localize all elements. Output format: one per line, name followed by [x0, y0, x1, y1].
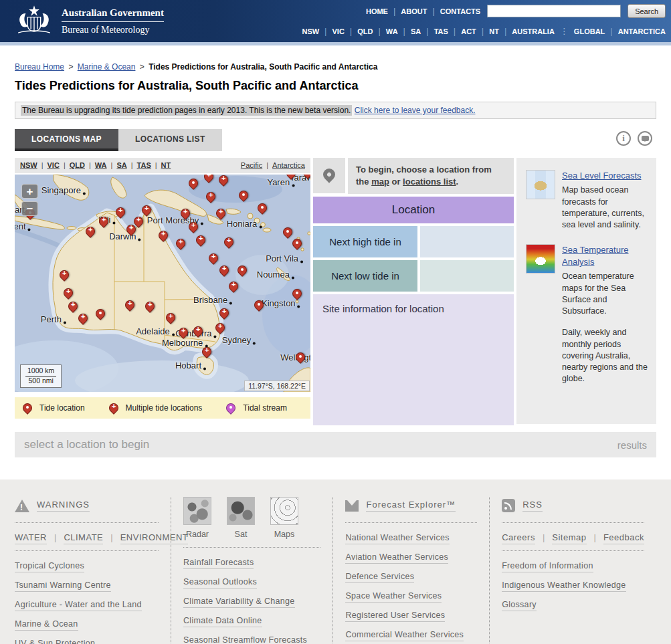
feature-title-link[interactable]: Sea Level Forecasts	[562, 170, 642, 182]
pin-glyph	[293, 290, 301, 298]
breadcrumb-link[interactable]: Marine & Ocean	[78, 62, 136, 72]
region-nav-link[interactable]: TAS	[434, 27, 448, 35]
feature-description: Map based ocean forecasts for temperatur…	[562, 185, 648, 231]
header-top-link[interactable]: CONTACTS	[440, 7, 480, 15]
region-nav-link[interactable]: VIC	[332, 27, 345, 35]
sidebar-features: Sea Level Forecasts Map based ocean fore…	[516, 158, 656, 424]
feature-title-link[interactable]: Sea Temperature Analysis	[562, 244, 648, 268]
map-state-link[interactable]: NSW	[20, 161, 37, 169]
feature-thumbnail[interactable]	[526, 244, 555, 274]
footer-link-item: Tropical Cyclones	[15, 560, 159, 572]
region-nav-link[interactable]: WA	[386, 27, 398, 35]
footer-link[interactable]: Tsunami Warning Centre	[15, 580, 111, 592]
footer: WARNINGS WATERCLIMATEENVIRONMENT Tropica…	[0, 479, 671, 644]
info-icon[interactable]: i	[616, 131, 631, 146]
map-state-link[interactable]: NT	[161, 161, 171, 169]
divider	[183, 547, 320, 548]
footer-link[interactable]: Rainfall Forecasts	[183, 558, 254, 569]
feature-block: Sea Temperature Analysis Ocean temperatu…	[526, 244, 648, 385]
map-zoom-in-button[interactable]: +	[21, 184, 38, 199]
footer-link[interactable]: Climate Variability & Change	[183, 597, 295, 608]
region-nav-link[interactable]: GLOBAL	[574, 27, 605, 35]
intro-locations-list-link[interactable]: locations list	[403, 177, 456, 187]
map-city-label: Honiara	[227, 219, 262, 229]
footer-link[interactable]: Registered User Services	[345, 611, 445, 622]
region-nav-link[interactable]: NSW	[302, 27, 319, 35]
footer-quick-link[interactable]: Feedback	[603, 532, 644, 544]
pin-glyph	[216, 324, 224, 332]
map-state-link[interactable]: SA	[116, 161, 126, 169]
intro-text-mid: or	[389, 177, 403, 187]
intro-map-link[interactable]: map	[371, 177, 389, 187]
footer-link[interactable]: Agriculture - Water and the Land	[15, 600, 142, 611]
footer-link[interactable]: Glossary	[502, 600, 537, 611]
footer-link[interactable]: UV & Sun Protection	[15, 639, 95, 644]
bom-logo[interactable]: Australian Government Bureau of Meteorol…	[13, 3, 164, 39]
footer-link[interactable]: Space Weather Services	[345, 591, 442, 603]
region-nav-link[interactable]: ACT	[461, 27, 476, 35]
footer-thumb-image[interactable]	[183, 497, 211, 525]
tab[interactable]: LOCATIONS MAP	[15, 129, 118, 151]
locations-map[interactable]: + − SingaporekartaentDiliDarwinPort More…	[15, 175, 310, 392]
map-zoom-out-button[interactable]: −	[21, 201, 38, 216]
footer-link[interactable]: Seasonal Streamflow Forecasts	[183, 635, 307, 644]
map-state-item: NT	[151, 161, 171, 169]
pin-glyph	[69, 302, 77, 310]
pin-glyph	[79, 314, 87, 322]
header-top-link[interactable]: HOME	[366, 7, 388, 15]
header-top-link[interactable]: ABOUT	[401, 7, 427, 15]
footer-quick-item: Feedback	[587, 532, 644, 542]
footer-link[interactable]: Defence Services	[345, 572, 414, 583]
map-city-label: Noumea	[257, 269, 294, 279]
footer-link[interactable]: Seasonal Outlooks	[183, 577, 257, 588]
footer-quick-item: Sitemap	[535, 532, 587, 542]
footer-link[interactable]: Freedom of Information	[502, 561, 593, 572]
search-input[interactable]	[487, 5, 621, 17]
footer-link[interactable]: Climate Data Online	[183, 616, 262, 627]
forecast-explorer-link[interactable]: Forecast Explorer™	[366, 500, 456, 512]
footer-link[interactable]: National Weather Services	[345, 533, 449, 544]
feature-thumbnail[interactable]	[526, 170, 555, 199]
map-region-link[interactable]: Pacific	[241, 161, 262, 169]
footer-quick-link[interactable]: Sitemap	[552, 532, 586, 544]
map-state-link[interactable]: VIC	[47, 161, 60, 169]
next-low-tide-label: Next low tide in	[313, 260, 417, 292]
pin-glyph	[127, 225, 135, 233]
footer-quick-link[interactable]: WATER	[15, 532, 47, 544]
speech-bubble-icon	[642, 136, 649, 141]
breadcrumb-link[interactable]: Tides Predictions for Australia, South P…	[149, 62, 377, 72]
region-nav-link[interactable]: NT	[489, 27, 499, 35]
map-region-link[interactable]: Antarctica	[272, 161, 305, 169]
legend-pin-icon	[224, 401, 237, 415]
map-city-label: Kingston	[262, 298, 300, 308]
footer-link[interactable]: Commercial Weather Services	[345, 630, 464, 641]
feedback-link[interactable]: Click here to leave your feedback.	[355, 106, 476, 115]
footer-link[interactable]: Tropical Cyclones	[15, 561, 84, 572]
results-prompt: select a location to begin	[24, 438, 149, 451]
map-state-link[interactable]: TAS	[137, 161, 151, 169]
search-button[interactable]: Search	[628, 4, 666, 18]
pin-glyph	[229, 282, 237, 290]
footer-thumb-image[interactable]	[270, 497, 298, 525]
rss-link[interactable]: RSS	[522, 500, 543, 512]
footer-thumb-image[interactable]	[227, 497, 255, 525]
map-city-label: Hobart	[175, 360, 206, 370]
pin-glyph	[296, 353, 304, 361]
map-state-link[interactable]: QLD	[70, 161, 85, 169]
region-nav-link[interactable]: SA	[411, 27, 421, 35]
pin-glyph	[100, 217, 108, 225]
coat-of-arms-icon	[13, 3, 55, 39]
region-nav-link[interactable]: AUSTRALIA	[512, 27, 555, 35]
map-state-link[interactable]: WA	[95, 161, 107, 169]
region-nav-link[interactable]: ANTARCTICA	[618, 27, 666, 35]
tab[interactable]: LOCATIONS LIST	[118, 129, 222, 151]
breadcrumb-link[interactable]: Bureau Home	[15, 62, 64, 72]
footer-link[interactable]: Marine & Ocean	[15, 619, 78, 631]
footer-link[interactable]: Indigenous Weather Knowledge	[502, 580, 626, 592]
footer-link[interactable]: Aviation Weather Services	[345, 552, 448, 564]
footer-quick-link[interactable]: CLIMATE	[64, 532, 103, 544]
region-nav-link[interactable]: QLD	[357, 27, 373, 35]
footer-warnings-link[interactable]: WARNINGS	[37, 500, 90, 512]
comment-icon[interactable]	[638, 131, 652, 146]
footer-quick-link[interactable]: Careers	[502, 532, 535, 544]
